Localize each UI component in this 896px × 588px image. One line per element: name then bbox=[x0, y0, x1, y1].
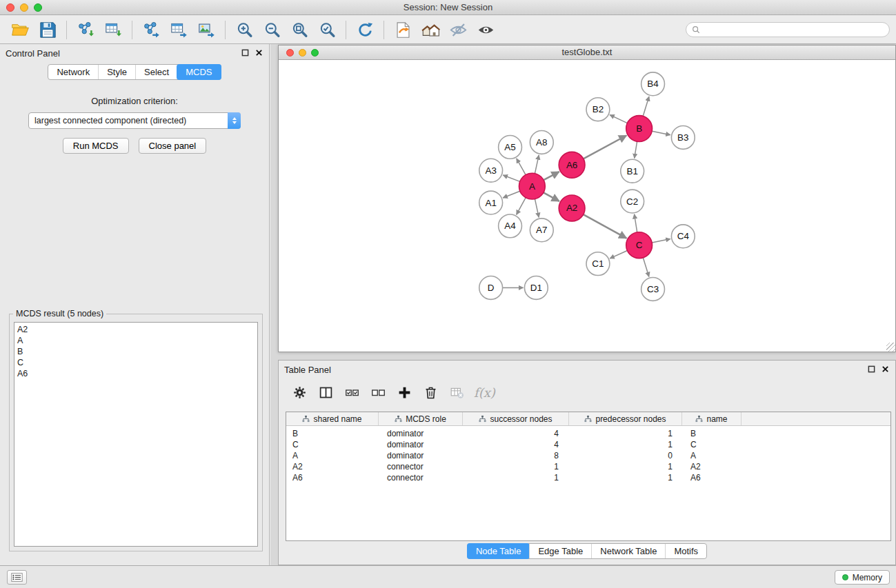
trash-icon[interactable] bbox=[419, 382, 442, 403]
memory-button[interactable]: Memory bbox=[835, 570, 890, 585]
close-window-button[interactable] bbox=[6, 3, 14, 12]
network-node-B1[interactable]: B1 bbox=[621, 159, 644, 183]
network-edge-A-A5[interactable] bbox=[517, 159, 526, 175]
network-edge-B-B4[interactable] bbox=[643, 97, 649, 116]
tab-network-table[interactable]: Network Table bbox=[591, 544, 665, 558]
refresh-icon[interactable] bbox=[351, 19, 379, 41]
hide-details-icon[interactable] bbox=[444, 19, 472, 41]
save-icon[interactable] bbox=[34, 19, 61, 41]
tab-node-table[interactable]: Node Table bbox=[467, 543, 530, 559]
table-cell[interactable]: dominator bbox=[379, 440, 463, 449]
tab-network[interactable]: Network bbox=[48, 65, 98, 79]
column-header-name[interactable]: name bbox=[682, 412, 741, 425]
export-image-icon[interactable] bbox=[192, 19, 220, 41]
network-canvas[interactable]: AA2A6BCA1A3A4A5A7A8B1B2B3B4C1C2C3C4DD1 bbox=[279, 61, 895, 352]
network-node-C2[interactable]: C2 bbox=[621, 190, 644, 213]
table-cell[interactable]: B bbox=[682, 429, 741, 438]
open-folder-icon[interactable] bbox=[6, 19, 34, 41]
zoom-in-icon[interactable] bbox=[230, 19, 258, 41]
network-node-A2[interactable]: A2 bbox=[559, 195, 585, 221]
table-cell[interactable]: 1 bbox=[569, 462, 682, 472]
mcds-result-item[interactable]: A2 bbox=[17, 324, 255, 335]
network-minimize-button[interactable] bbox=[299, 49, 306, 57]
table-cell[interactable]: B bbox=[286, 429, 379, 438]
network-edge-C-C1[interactable] bbox=[610, 250, 627, 258]
export-table-icon[interactable] bbox=[165, 19, 192, 41]
column-header-mcds-role[interactable]: MCDS role bbox=[379, 412, 463, 425]
table-cell[interactable]: A6 bbox=[682, 473, 741, 483]
document-icon[interactable] bbox=[389, 19, 417, 41]
network-zoom-button[interactable] bbox=[311, 49, 319, 57]
network-edge-A-A8[interactable] bbox=[535, 155, 539, 174]
task-history-button[interactable] bbox=[7, 570, 27, 585]
network-node-C4[interactable]: C4 bbox=[671, 225, 695, 248]
network-edge-B-B1[interactable] bbox=[635, 141, 637, 158]
network-edge-A-A3[interactable] bbox=[503, 175, 519, 181]
minimize-window-button[interactable] bbox=[20, 3, 28, 12]
fx-button[interactable]: f(x) bbox=[474, 385, 495, 400]
table-cell[interactable]: connector bbox=[379, 462, 463, 472]
close-panel-button[interactable]: Close panel bbox=[139, 138, 207, 154]
network-node-D1[interactable]: D1 bbox=[524, 276, 548, 300]
table-cell[interactable]: dominator bbox=[379, 429, 463, 438]
select-all-icon[interactable] bbox=[341, 382, 364, 403]
zoom-fit-icon[interactable] bbox=[286, 19, 313, 41]
columns-icon[interactable] bbox=[315, 382, 337, 403]
table-cell[interactable]: A2 bbox=[682, 462, 741, 472]
show-details-icon[interactable] bbox=[472, 19, 499, 41]
network-close-button[interactable] bbox=[286, 49, 294, 57]
run-mcds-button[interactable]: Run MCDS bbox=[63, 138, 129, 154]
search-box[interactable] bbox=[686, 22, 890, 37]
column-header-successor-nodes[interactable]: successor nodes bbox=[463, 412, 569, 425]
network-node-B[interactable]: B bbox=[626, 116, 653, 142]
table-cell[interactable]: A bbox=[286, 451, 379, 460]
close-panel-icon[interactable] bbox=[882, 365, 889, 373]
network-node-C3[interactable]: C3 bbox=[641, 278, 665, 301]
search-input[interactable] bbox=[704, 25, 884, 34]
network-edge-C-C2[interactable] bbox=[635, 214, 637, 232]
network-edge-A-A6[interactable] bbox=[544, 172, 559, 180]
zoom-out-icon[interactable] bbox=[258, 19, 286, 41]
table-cell[interactable]: 1 bbox=[569, 473, 682, 483]
export-network-icon[interactable] bbox=[137, 19, 165, 41]
table-cell[interactable]: 4 bbox=[463, 440, 569, 449]
network-edge-C-C4[interactable] bbox=[652, 239, 670, 243]
import-network-icon[interactable] bbox=[72, 19, 99, 41]
zoom-selected-icon[interactable] bbox=[313, 19, 341, 41]
tab-style[interactable]: Style bbox=[98, 65, 135, 79]
network-edge-A-A2[interactable] bbox=[544, 192, 559, 201]
network-edge-C-C3[interactable] bbox=[643, 258, 649, 277]
network-node-A3[interactable]: A3 bbox=[479, 159, 503, 182]
mcds-result-list[interactable]: A2ABCA6 bbox=[14, 322, 258, 547]
table-row[interactable]: Cdominator41C bbox=[286, 439, 890, 450]
table-cell[interactable]: connector bbox=[379, 473, 463, 483]
network-node-B3[interactable]: B3 bbox=[671, 126, 695, 150]
tab-motifs[interactable]: Motifs bbox=[665, 544, 706, 558]
table-cell[interactable]: 0 bbox=[569, 451, 682, 460]
table-row[interactable]: A6connector11A6 bbox=[286, 472, 890, 483]
table-cell[interactable]: dominator bbox=[379, 451, 463, 460]
mcds-result-item[interactable]: A6 bbox=[17, 368, 255, 379]
column-header-shared-name[interactable]: shared name bbox=[286, 412, 379, 425]
table-row[interactable]: A2connector11A2 bbox=[286, 461, 890, 472]
network-node-D[interactable]: D bbox=[479, 276, 503, 300]
table-row[interactable]: Bdominator41B bbox=[286, 428, 890, 439]
tab-mcds[interactable]: MCDS bbox=[177, 64, 221, 80]
table-cell[interactable]: 4 bbox=[463, 429, 569, 438]
import-table-icon[interactable] bbox=[99, 19, 127, 41]
criterion-dropdown[interactable]: largest connected component (directed) bbox=[28, 112, 241, 129]
network-edge-B-B3[interactable] bbox=[652, 131, 670, 134]
table-cell[interactable]: C bbox=[286, 440, 379, 449]
mcds-result-item[interactable]: A bbox=[17, 335, 255, 346]
network-node-A8[interactable]: A8 bbox=[530, 131, 553, 154]
network-edge-B-B2[interactable] bbox=[610, 115, 627, 123]
resize-grip[interactable] bbox=[886, 343, 895, 352]
zoom-window-button[interactable] bbox=[34, 3, 42, 12]
table-row[interactable]: Adominator80A bbox=[286, 450, 890, 461]
network-node-C[interactable]: C bbox=[626, 232, 653, 258]
homes-icon[interactable] bbox=[417, 19, 444, 41]
close-panel-icon[interactable] bbox=[255, 49, 263, 57]
tab-select[interactable]: Select bbox=[135, 65, 177, 79]
mcds-result-item[interactable]: B bbox=[17, 346, 255, 357]
network-node-B2[interactable]: B2 bbox=[586, 98, 610, 121]
